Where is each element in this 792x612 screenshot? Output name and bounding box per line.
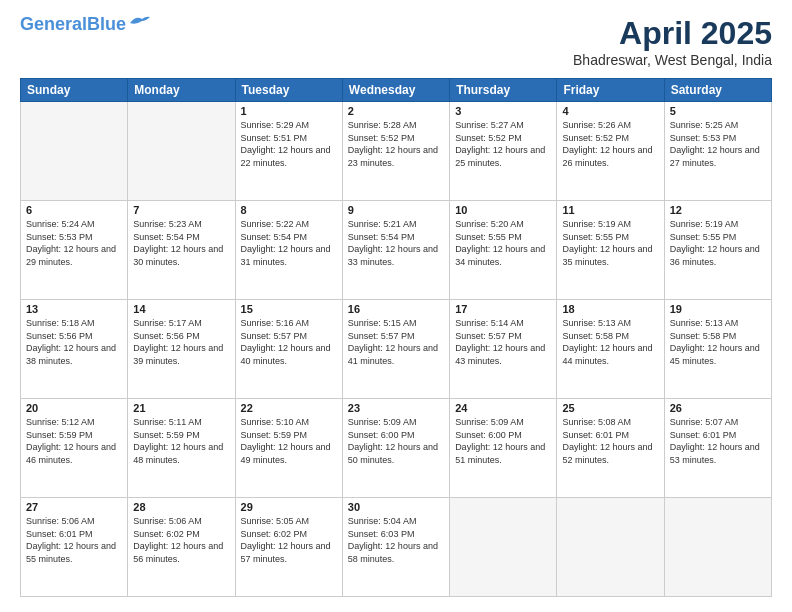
week-row-2: 6Sunrise: 5:24 AMSunset: 5:53 PMDaylight… [21,201,772,300]
calendar-cell: 10Sunrise: 5:20 AMSunset: 5:55 PMDayligh… [450,201,557,300]
cell-info: Sunrise: 5:21 AMSunset: 5:54 PMDaylight:… [348,218,444,268]
cell-info: Sunrise: 5:28 AMSunset: 5:52 PMDaylight:… [348,119,444,169]
cell-info: Sunrise: 5:05 AMSunset: 6:02 PMDaylight:… [241,515,337,565]
day-number: 3 [455,105,551,117]
calendar-cell [664,498,771,597]
day-number: 4 [562,105,658,117]
calendar-cell: 30Sunrise: 5:04 AMSunset: 6:03 PMDayligh… [342,498,449,597]
day-number: 23 [348,402,444,414]
calendar-cell: 1Sunrise: 5:29 AMSunset: 5:51 PMDaylight… [235,102,342,201]
cell-info: Sunrise: 5:06 AMSunset: 6:02 PMDaylight:… [133,515,229,565]
cell-info: Sunrise: 5:29 AMSunset: 5:51 PMDaylight:… [241,119,337,169]
location: Bhadreswar, West Bengal, India [573,52,772,68]
cell-info: Sunrise: 5:11 AMSunset: 5:59 PMDaylight:… [133,416,229,466]
day-number: 18 [562,303,658,315]
cell-info: Sunrise: 5:09 AMSunset: 6:00 PMDaylight:… [348,416,444,466]
day-number: 24 [455,402,551,414]
day-number: 12 [670,204,766,216]
day-number: 9 [348,204,444,216]
week-row-1: 1Sunrise: 5:29 AMSunset: 5:51 PMDaylight… [21,102,772,201]
calendar-cell: 28Sunrise: 5:06 AMSunset: 6:02 PMDayligh… [128,498,235,597]
week-row-4: 20Sunrise: 5:12 AMSunset: 5:59 PMDayligh… [21,399,772,498]
cell-info: Sunrise: 5:24 AMSunset: 5:53 PMDaylight:… [26,218,122,268]
cell-info: Sunrise: 5:12 AMSunset: 5:59 PMDaylight:… [26,416,122,466]
calendar-cell: 6Sunrise: 5:24 AMSunset: 5:53 PMDaylight… [21,201,128,300]
day-number: 17 [455,303,551,315]
cell-info: Sunrise: 5:23 AMSunset: 5:54 PMDaylight:… [133,218,229,268]
calendar-cell: 19Sunrise: 5:13 AMSunset: 5:58 PMDayligh… [664,300,771,399]
month-title: April 2025 [573,15,772,52]
calendar-cell: 11Sunrise: 5:19 AMSunset: 5:55 PMDayligh… [557,201,664,300]
day-number: 5 [670,105,766,117]
logo: GeneralBlue [20,15,150,35]
cell-info: Sunrise: 5:14 AMSunset: 5:57 PMDaylight:… [455,317,551,367]
calendar-cell: 3Sunrise: 5:27 AMSunset: 5:52 PMDaylight… [450,102,557,201]
day-number: 15 [241,303,337,315]
cell-info: Sunrise: 5:19 AMSunset: 5:55 PMDaylight:… [670,218,766,268]
day-number: 25 [562,402,658,414]
day-number: 7 [133,204,229,216]
calendar-cell: 29Sunrise: 5:05 AMSunset: 6:02 PMDayligh… [235,498,342,597]
week-row-5: 27Sunrise: 5:06 AMSunset: 6:01 PMDayligh… [21,498,772,597]
calendar-cell: 7Sunrise: 5:23 AMSunset: 5:54 PMDaylight… [128,201,235,300]
day-number: 13 [26,303,122,315]
day-number: 19 [670,303,766,315]
day-header-monday: Monday [128,79,235,102]
calendar-cell [21,102,128,201]
day-header-saturday: Saturday [664,79,771,102]
calendar-cell [450,498,557,597]
day-header-wednesday: Wednesday [342,79,449,102]
calendar-header-row: SundayMondayTuesdayWednesdayThursdayFrid… [21,79,772,102]
day-number: 14 [133,303,229,315]
calendar-cell: 20Sunrise: 5:12 AMSunset: 5:59 PMDayligh… [21,399,128,498]
calendar-cell: 9Sunrise: 5:21 AMSunset: 5:54 PMDaylight… [342,201,449,300]
day-number: 27 [26,501,122,513]
calendar-cell: 2Sunrise: 5:28 AMSunset: 5:52 PMDaylight… [342,102,449,201]
calendar-cell: 25Sunrise: 5:08 AMSunset: 6:01 PMDayligh… [557,399,664,498]
header: GeneralBlue April 2025 Bhadreswar, West … [20,15,772,68]
cell-info: Sunrise: 5:19 AMSunset: 5:55 PMDaylight:… [562,218,658,268]
cell-info: Sunrise: 5:09 AMSunset: 6:00 PMDaylight:… [455,416,551,466]
day-header-thursday: Thursday [450,79,557,102]
cell-info: Sunrise: 5:07 AMSunset: 6:01 PMDaylight:… [670,416,766,466]
cell-info: Sunrise: 5:04 AMSunset: 6:03 PMDaylight:… [348,515,444,565]
cell-info: Sunrise: 5:16 AMSunset: 5:57 PMDaylight:… [241,317,337,367]
day-number: 29 [241,501,337,513]
calendar-cell: 26Sunrise: 5:07 AMSunset: 6:01 PMDayligh… [664,399,771,498]
day-number: 10 [455,204,551,216]
calendar-cell [128,102,235,201]
cell-info: Sunrise: 5:06 AMSunset: 6:01 PMDaylight:… [26,515,122,565]
day-number: 2 [348,105,444,117]
cell-info: Sunrise: 5:26 AMSunset: 5:52 PMDaylight:… [562,119,658,169]
cell-info: Sunrise: 5:25 AMSunset: 5:53 PMDaylight:… [670,119,766,169]
day-number: 11 [562,204,658,216]
calendar-cell: 14Sunrise: 5:17 AMSunset: 5:56 PMDayligh… [128,300,235,399]
calendar-cell: 18Sunrise: 5:13 AMSunset: 5:58 PMDayligh… [557,300,664,399]
calendar-cell: 13Sunrise: 5:18 AMSunset: 5:56 PMDayligh… [21,300,128,399]
day-number: 28 [133,501,229,513]
calendar-cell: 8Sunrise: 5:22 AMSunset: 5:54 PMDaylight… [235,201,342,300]
cell-info: Sunrise: 5:13 AMSunset: 5:58 PMDaylight:… [562,317,658,367]
day-number: 16 [348,303,444,315]
calendar-cell: 5Sunrise: 5:25 AMSunset: 5:53 PMDaylight… [664,102,771,201]
week-row-3: 13Sunrise: 5:18 AMSunset: 5:56 PMDayligh… [21,300,772,399]
cell-info: Sunrise: 5:15 AMSunset: 5:57 PMDaylight:… [348,317,444,367]
cell-info: Sunrise: 5:27 AMSunset: 5:52 PMDaylight:… [455,119,551,169]
day-number: 21 [133,402,229,414]
day-number: 8 [241,204,337,216]
day-header-sunday: Sunday [21,79,128,102]
day-number: 26 [670,402,766,414]
calendar-table: SundayMondayTuesdayWednesdayThursdayFrid… [20,78,772,597]
calendar-cell: 16Sunrise: 5:15 AMSunset: 5:57 PMDayligh… [342,300,449,399]
cell-info: Sunrise: 5:13 AMSunset: 5:58 PMDaylight:… [670,317,766,367]
calendar-cell: 21Sunrise: 5:11 AMSunset: 5:59 PMDayligh… [128,399,235,498]
day-number: 22 [241,402,337,414]
calendar-cell: 12Sunrise: 5:19 AMSunset: 5:55 PMDayligh… [664,201,771,300]
calendar-cell: 15Sunrise: 5:16 AMSunset: 5:57 PMDayligh… [235,300,342,399]
day-header-tuesday: Tuesday [235,79,342,102]
cell-info: Sunrise: 5:10 AMSunset: 5:59 PMDaylight:… [241,416,337,466]
logo-bird-icon [128,15,150,29]
cell-info: Sunrise: 5:20 AMSunset: 5:55 PMDaylight:… [455,218,551,268]
calendar-cell: 22Sunrise: 5:10 AMSunset: 5:59 PMDayligh… [235,399,342,498]
day-number: 1 [241,105,337,117]
